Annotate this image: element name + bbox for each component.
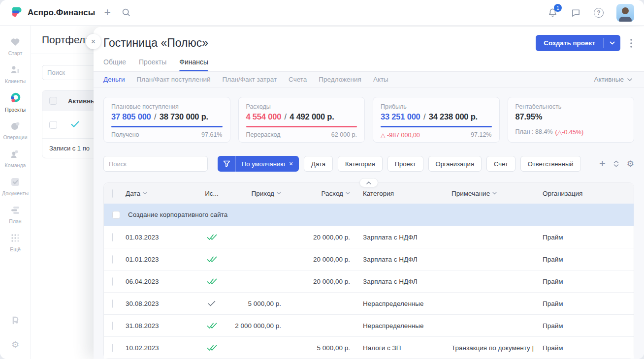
more-actions-icon[interactable] [628, 39, 634, 48]
column-header-note[interactable]: Примечание [446, 190, 537, 197]
subtab-plan-fact-costs[interactable]: План/Факт затрат [223, 76, 277, 83]
table-row[interactable]: 01.01.2023 20 000,00 р. Зарплата с НДФЛ … [104, 248, 634, 270]
integrations-icon[interactable] [10, 315, 21, 328]
column-header-organization[interactable]: Организация [537, 190, 634, 197]
card-expenses: Расходы 4 554 000 / 4 492 000 р. Перерас… [238, 97, 365, 143]
panel-header: Гостиница «Полюс» Создать проект Общи [94, 27, 644, 72]
app-title: Аспро.Финансы [28, 8, 96, 18]
settings-gear-icon[interactable]: ⚙ [11, 340, 19, 349]
progress-bar [246, 126, 357, 127]
sidebar: Старт Клиенты Проекты Операции [0, 26, 31, 359]
table-row[interactable]: 01.03.2023 20 000,00 р. Зарплата с НДФЛ … [104, 226, 634, 248]
sidebar-item-team[interactable]: Команда [0, 145, 31, 173]
overspend-value: 62 000 р. [331, 131, 357, 138]
remove-filter-icon[interactable]: × [289, 160, 299, 168]
table-row[interactable]: 10.02.2023 5 000,00 р. Налоги с ЗП Транз… [104, 336, 634, 359]
row-checkbox[interactable] [112, 233, 113, 241]
sidebar-item-documents[interactable]: Документы [0, 173, 31, 201]
search-icon[interactable] [122, 8, 131, 17]
percent-value: 97.12% [471, 131, 491, 139]
active-filter-chip[interactable]: По умолчанию × [218, 156, 299, 172]
collapse-table-pill[interactable] [359, 178, 378, 187]
tab-finance[interactable]: Финансы [179, 58, 208, 71]
row-checkbox[interactable] [112, 211, 120, 219]
row-checkbox[interactable] [112, 344, 113, 352]
close-panel-button[interactable]: × [86, 34, 101, 49]
app-logo-icon [10, 5, 23, 20]
notifications-bell-icon[interactable]: 1 [547, 7, 558, 18]
table-settings-gear-icon[interactable]: ⚙ [627, 160, 634, 168]
active-check-icon [71, 120, 79, 129]
row-checkbox[interactable] [112, 322, 113, 330]
double-check-icon [190, 234, 234, 240]
sidebar-item-projects[interactable]: Проекты [0, 89, 31, 117]
profit-value: 33 251 000 [381, 112, 420, 121]
subtab-invoices[interactable]: Счета [289, 76, 307, 83]
double-check-icon [190, 278, 234, 285]
table-row[interactable]: 31.08.2023 2 000 000,00 р. Нераспределен… [104, 314, 634, 336]
select-all-checkbox[interactable] [112, 189, 113, 198]
create-project-dropdown-toggle[interactable] [604, 35, 620, 51]
row-checkbox[interactable] [112, 299, 113, 308]
percent-value: 97.61% [201, 131, 222, 138]
sidebar-item-more[interactable]: Ещё [0, 229, 31, 257]
status-filter-dropdown[interactable]: Активные [594, 76, 632, 83]
help-icon[interactable]: ? [594, 8, 604, 18]
tab-general[interactable]: Общие [103, 58, 126, 71]
planned-income-value: 37 805 000 [111, 112, 151, 121]
column-header-status[interactable]: Ис... [190, 190, 234, 197]
double-check-icon [190, 256, 234, 263]
select-all-checkbox[interactable] [49, 97, 57, 105]
add-filter-icon[interactable]: + [599, 158, 606, 169]
plan-icon [10, 205, 21, 217]
column-header-income[interactable]: Приход [234, 190, 288, 197]
finance-content: Деньги План/Факт поступлений План/Факт з… [94, 72, 644, 359]
filter-organization-button[interactable]: Организация [428, 156, 482, 172]
heart-icon [10, 37, 21, 49]
column-header-expense[interactable]: Расход [288, 190, 357, 197]
projects-donut-icon [10, 92, 21, 105]
project-detail-panel: × Гостиница «Полюс» Создать проект [94, 27, 644, 359]
filter-category-button[interactable]: Категория [338, 156, 383, 172]
topbar: Аспро.Финансы + 1 ? [0, 0, 644, 26]
filter-account-button[interactable]: Счет [486, 156, 515, 172]
sidebar-item-start[interactable]: Старт [0, 32, 31, 60]
transactions-table: Дата Ис... Приход Расход [103, 182, 634, 359]
tab-projects[interactable]: Проекты [139, 58, 166, 71]
subtab-money[interactable]: Деньги [103, 76, 125, 83]
table-filter-bar: По умолчанию × Дата Категория Проект Орг… [94, 156, 644, 172]
row-checkbox[interactable] [112, 277, 113, 286]
profit-total: 34 238 000 р. [429, 112, 478, 121]
sidebar-item-clients[interactable]: Клиенты [0, 60, 31, 89]
subtab-proposals[interactable]: Предложения [319, 76, 361, 83]
filter-responsible-button[interactable]: Ответственный [520, 156, 581, 172]
progress-bar [111, 126, 223, 127]
double-check-icon [190, 323, 234, 329]
transactions-search-input[interactable] [103, 156, 208, 172]
table-row[interactable]: 06.04.2023 20 000,00 р. Зарплата с НДФЛ … [104, 270, 634, 292]
collapse-icon[interactable] [613, 160, 619, 167]
row-checkbox[interactable] [49, 121, 57, 129]
filter-date-button[interactable]: Дата [304, 156, 333, 172]
column-header-date[interactable]: Дата [126, 190, 190, 197]
topbar-add-icon[interactable]: + [104, 7, 111, 18]
sidebar-item-operations[interactable]: Операции [0, 117, 31, 145]
table-row[interactable]: 30.08.2023 5 000,00 р. Нераспределенные … [104, 292, 634, 314]
chevron-up-icon [366, 181, 371, 184]
column-header-category[interactable]: Категория [357, 190, 446, 197]
row-checkbox[interactable] [112, 255, 113, 264]
user-avatar[interactable] [616, 4, 634, 22]
double-check-icon [190, 345, 234, 351]
filter-project-button[interactable]: Проект [387, 156, 423, 172]
profitability-value: 87.95% [515, 112, 543, 121]
card-profit: Прибыль 33 251 000 / 34 238 000 р. △ -98… [373, 97, 500, 143]
expenses-total: 4 492 000 р. [290, 112, 334, 121]
messages-icon[interactable] [571, 7, 581, 18]
card-planned-income: Плановые поступления 37 805 000 / 38 730… [103, 97, 230, 143]
subtab-plan-fact-income[interactable]: План/Факт поступлений [137, 76, 211, 83]
subtab-acts[interactable]: Акты [373, 76, 388, 83]
sidebar-item-plan[interactable]: План [0, 201, 31, 229]
avatar-head-shape [622, 7, 629, 14]
group-row[interactable]: Создание корпоративного сайта [104, 204, 634, 226]
create-project-button[interactable]: Создать проект [536, 35, 620, 51]
